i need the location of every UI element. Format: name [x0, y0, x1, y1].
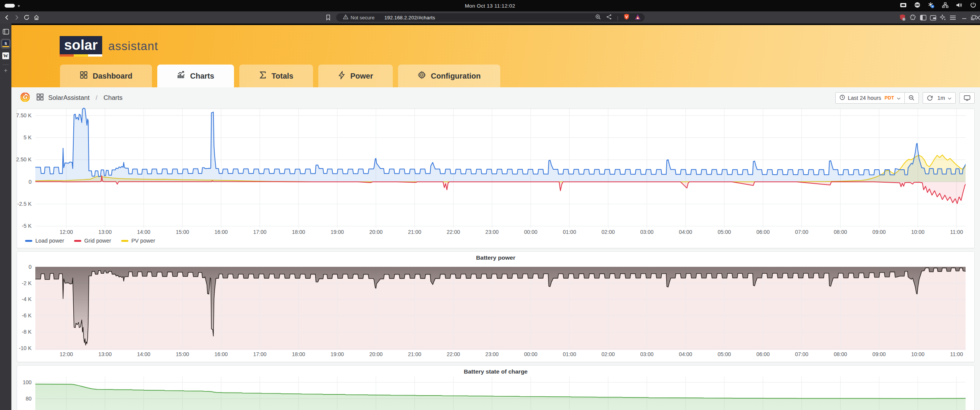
panel-title[interactable]: Battery state of charge — [17, 368, 975, 375]
system-clock[interactable]: Mon Oct 13 11:12:02 — [0, 0, 980, 11]
time-range-control: Last 24 hours PDT — [835, 92, 919, 103]
warning-triangle-icon — [343, 14, 348, 21]
svg-text:1: 1 — [903, 17, 904, 21]
grafana-logo-icon[interactable] — [21, 93, 30, 103]
app-logo: solar assistant — [60, 36, 158, 54]
forward-button[interactable] — [12, 11, 21, 24]
sparkle-icon[interactable] — [938, 11, 947, 24]
clock-icon — [840, 95, 845, 102]
breadcrumb-root[interactable]: SolarAssistant — [48, 94, 90, 102]
timezone-label: PDT — [885, 95, 894, 101]
sidebar-tab-wikipedia[interactable]: W — [1, 51, 11, 61]
dashboard-icon — [80, 71, 88, 81]
legend-item[interactable]: Grid power — [74, 238, 111, 244]
panel-title[interactable]: Battery power — [17, 254, 975, 261]
panel-toggle-icon[interactable] — [1, 27, 11, 37]
power-icon[interactable] — [970, 2, 976, 10]
home-button[interactable] — [32, 11, 41, 24]
time-range-label: Last 24 hours — [848, 95, 881, 101]
refresh-interval-label: 1m — [937, 95, 945, 101]
zoom-page-icon[interactable] — [595, 14, 601, 21]
tab-label: Charts — [190, 72, 214, 81]
url-bar[interactable]: Not secure 192.168.2.202/#charts | — [336, 13, 644, 22]
refresh-control: 1m — [923, 92, 956, 103]
browser-toolbar: Not secure 192.168.2.202/#charts | 1 — [0, 11, 980, 24]
sidebar-divider — [3, 65, 9, 65]
camera-icon[interactable] — [900, 2, 907, 9]
menu-icon[interactable] — [948, 11, 957, 24]
back-button[interactable] — [2, 11, 11, 24]
refresh-interval-picker[interactable]: 1m — [937, 93, 955, 103]
close-button[interactable] — [973, 11, 980, 24]
share-icon[interactable] — [606, 14, 612, 21]
logo-primary: solar — [60, 36, 102, 54]
record-icon[interactable] — [914, 2, 920, 10]
brave-shields-icon[interactable] — [624, 14, 629, 21]
reload-button[interactable] — [22, 11, 31, 24]
legend-item[interactable]: PV power — [121, 238, 155, 244]
refresh-button[interactable] — [923, 93, 937, 103]
system-top-bar: Mon Oct 13 11:12:02 — [0, 0, 980, 11]
zoom-out-button[interactable] — [905, 93, 918, 103]
tab-label: Power — [350, 72, 373, 81]
tab-label: Totals — [272, 72, 293, 81]
network-tree-icon[interactable] — [942, 2, 948, 10]
chart-panel-battery-power[interactable] — [17, 251, 975, 362]
tab-dashboard[interactable]: Dashboard — [60, 65, 152, 87]
totals-icon — [259, 71, 267, 81]
security-label: Not secure — [351, 15, 374, 21]
wallet-icon[interactable] — [928, 11, 937, 24]
chart-legend: Load power Grid power PV power — [25, 238, 155, 244]
bookmark-icon[interactable] — [324, 11, 333, 24]
chart-panel-power[interactable] — [17, 108, 975, 248]
tab-configuration[interactable]: Configuration — [398, 65, 500, 87]
tv-mode-control — [959, 92, 975, 103]
extension-icon[interactable] — [908, 11, 918, 24]
input-method-icon[interactable] — [928, 2, 934, 10]
grafana-navbar: SolarAssistant / Charts Last 24 hours PD… — [11, 89, 980, 107]
sidebar-toggle-icon[interactable] — [918, 11, 928, 24]
sidebar-tab-solarassistant[interactable]: s — [1, 39, 11, 49]
app-header: solar assistant DashboardChartsTotalsPow… — [11, 25, 980, 87]
brave-rewards-icon[interactable] — [635, 14, 641, 21]
logo-secondary: assistant — [108, 40, 158, 54]
chevron-down-icon — [897, 95, 900, 101]
page-content: solar assistant DashboardChartsTotalsPow… — [11, 24, 980, 410]
time-range-picker[interactable]: Last 24 hours PDT — [836, 93, 904, 103]
logo-strip — [60, 54, 102, 57]
power-icon — [338, 71, 345, 81]
charts-icon — [177, 71, 185, 81]
tab-charts[interactable]: Charts — [157, 65, 234, 87]
app-tabs: DashboardChartsTotalsPowerConfiguration — [60, 65, 500, 87]
tab-totals[interactable]: Totals — [239, 65, 313, 87]
browser-sidebar: s W + — [0, 24, 11, 410]
url-text: 192.168.2.202/#charts — [384, 15, 435, 21]
tab-label: Configuration — [431, 72, 480, 81]
minimize-button[interactable] — [959, 11, 969, 24]
adguard-extension-icon[interactable]: 1 — [898, 11, 907, 24]
tv-mode-button[interactable] — [960, 93, 974, 103]
breadcrumb-separator: / — [96, 94, 98, 102]
volume-icon[interactable] — [956, 2, 963, 10]
configuration-icon — [418, 71, 426, 81]
tab-label: Dashboard — [93, 72, 132, 81]
chevron-down-icon — [948, 95, 951, 101]
tab-power[interactable]: Power — [318, 65, 393, 87]
legend-item[interactable]: Load power — [25, 238, 64, 244]
new-tab-button[interactable]: + — [4, 67, 7, 74]
breadcrumb-page[interactable]: Charts — [103, 94, 123, 102]
dashboards-grid-icon[interactable] — [37, 94, 44, 103]
